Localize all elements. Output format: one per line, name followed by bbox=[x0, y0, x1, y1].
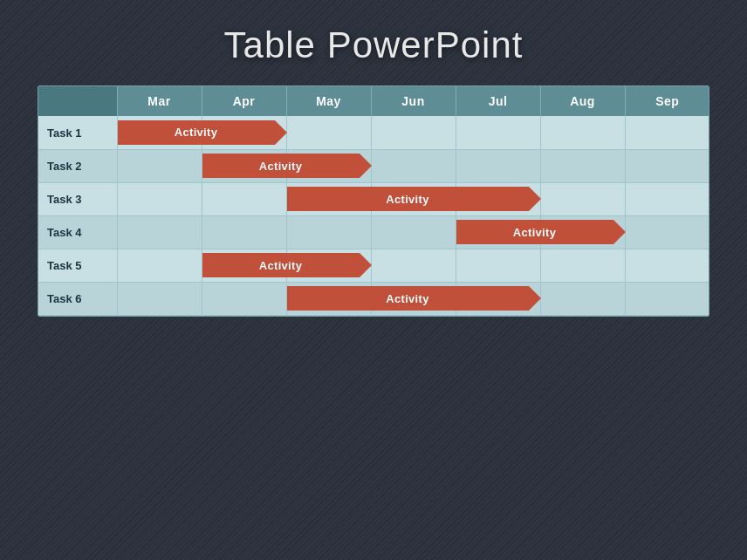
activity-bar: Activity bbox=[287, 187, 529, 211]
cell-r1-c4 bbox=[456, 149, 540, 182]
cell-r4-c1: Activity bbox=[202, 249, 286, 282]
task-label-cell: Task 4 bbox=[38, 215, 117, 249]
cell-r0-c2 bbox=[286, 116, 371, 149]
cell-r2-c0 bbox=[117, 182, 202, 215]
table-row: Task 3Activity bbox=[38, 182, 709, 215]
cell-r3-c6 bbox=[625, 215, 709, 249]
task-label: Task 6 bbox=[38, 292, 82, 305]
activity-bar: Activity bbox=[202, 154, 360, 178]
cell-r0-c3 bbox=[371, 116, 456, 149]
cell-r5-c6 bbox=[625, 282, 709, 315]
activity-bar: Activity bbox=[202, 253, 360, 277]
gantt-table-wrapper: Mar Apr May Jun Jul Aug Sep Task 1Activi… bbox=[38, 85, 709, 317]
cell-r3-c2 bbox=[286, 215, 371, 249]
cell-r0-c0: Activity bbox=[117, 116, 202, 149]
task-label-cell: Task 5 bbox=[38, 249, 117, 282]
header-sep: Sep bbox=[625, 86, 709, 116]
cell-r2-c6 bbox=[625, 182, 709, 215]
cell-r3-c0 bbox=[117, 215, 202, 249]
cell-r5-c5 bbox=[540, 282, 625, 315]
header-jun: Jun bbox=[371, 86, 456, 116]
task-label: Task 5 bbox=[38, 259, 82, 272]
cell-r1-c0 bbox=[117, 149, 202, 182]
cell-r2-c5 bbox=[540, 182, 625, 215]
cell-r5-c0 bbox=[117, 282, 202, 315]
header-jul: Jul bbox=[456, 86, 540, 116]
table-row: Task 4Activity bbox=[38, 215, 709, 249]
cell-r4-c5 bbox=[540, 249, 625, 282]
cell-r0-c5 bbox=[540, 116, 625, 149]
task-label-cell: Task 1 bbox=[38, 116, 117, 149]
task-label: Task 2 bbox=[38, 160, 82, 173]
table-row: Task 5Activity bbox=[38, 249, 709, 282]
task-label: Task 1 bbox=[38, 126, 82, 140]
task-label-cell: Task 3 bbox=[38, 182, 117, 215]
cell-r2-c2: Activity bbox=[286, 182, 371, 215]
cell-r2-c1 bbox=[202, 182, 286, 215]
cell-r3-c4: Activity bbox=[456, 215, 540, 249]
cell-r0-c6 bbox=[625, 116, 709, 149]
cell-r4-c0 bbox=[117, 249, 202, 282]
cell-r1-c1: Activity bbox=[202, 149, 286, 182]
table-row: Task 2Activity bbox=[38, 149, 709, 182]
cell-r1-c5 bbox=[540, 149, 625, 182]
cell-r3-c1 bbox=[202, 215, 286, 249]
task-label: Task 3 bbox=[38, 193, 82, 206]
header-label-col bbox=[38, 86, 117, 116]
cell-r0-c4 bbox=[456, 116, 540, 149]
cell-r3-c3 bbox=[371, 215, 456, 249]
task-label-cell: Task 2 bbox=[38, 149, 117, 182]
cell-r1-c6 bbox=[625, 149, 709, 182]
table-row: Task 1Activity bbox=[38, 116, 709, 149]
cell-r4-c6 bbox=[625, 249, 709, 282]
task-label: Task 4 bbox=[38, 226, 82, 239]
header-row: Mar Apr May Jun Jul Aug Sep bbox=[38, 86, 709, 116]
gantt-table: Mar Apr May Jun Jul Aug Sep Task 1Activi… bbox=[38, 86, 709, 316]
header-mar: Mar bbox=[117, 86, 202, 116]
activity-bar: Activity bbox=[287, 286, 529, 311]
header-apr: Apr bbox=[202, 86, 286, 116]
cell-r5-c2: Activity bbox=[286, 282, 371, 315]
cell-r4-c4 bbox=[456, 249, 540, 282]
cell-r4-c3 bbox=[371, 249, 456, 282]
header-aug: Aug bbox=[540, 86, 625, 116]
activity-bar: Activity bbox=[118, 120, 275, 145]
task-label-cell: Task 6 bbox=[38, 282, 117, 315]
activity-bar: Activity bbox=[456, 220, 613, 244]
page-title: Table PowerPoint bbox=[224, 24, 524, 66]
cell-r1-c3 bbox=[371, 149, 456, 182]
cell-r5-c1 bbox=[202, 282, 286, 315]
table-row: Task 6Activity bbox=[38, 282, 709, 315]
header-may: May bbox=[286, 86, 371, 116]
